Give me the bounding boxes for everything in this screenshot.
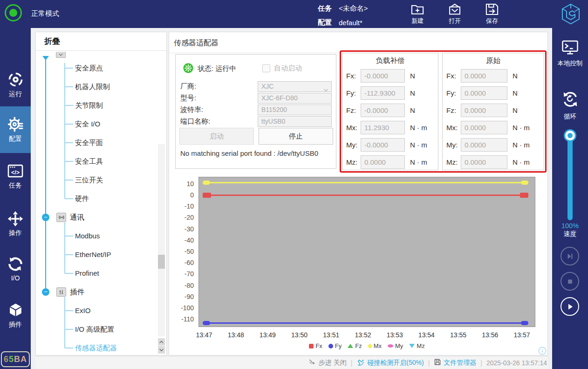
collapse-all-button[interactable]: 折叠 xyxy=(36,32,166,51)
sidebar-item-config[interactable]: 配置 xyxy=(0,106,31,153)
local-control-button[interactable]: 本地控制 xyxy=(552,40,588,68)
tree-connector-line xyxy=(45,58,46,292)
tree-connector-line xyxy=(65,310,73,311)
legend-Fy[interactable]: Fy xyxy=(328,342,342,349)
collision-icon xyxy=(356,358,365,368)
field-vendor[interactable]: XJC xyxy=(258,81,332,92)
step-icon xyxy=(308,359,316,367)
legend-Fx[interactable]: Fx xyxy=(309,342,322,349)
axis-value-input[interactable]: 0.0000 xyxy=(361,155,405,169)
sidebar-item-run[interactable]: 运行 xyxy=(0,68,31,102)
tree-item[interactable]: I/O 高级配置 xyxy=(75,324,114,335)
field-model[interactable]: XJC-6F-D80 xyxy=(258,93,332,104)
tree-collapse-toggle[interactable]: − xyxy=(42,214,49,221)
sidebar-item-plugin[interactable]: 插件 xyxy=(0,299,31,332)
axis-value-input[interactable]: -0.0000 xyxy=(361,138,405,152)
field-baudrate[interactable]: B115200 xyxy=(258,104,332,115)
tree-group-通讯[interactable]: −通讯 xyxy=(36,211,166,223)
x-tick-label: 13:54 xyxy=(418,331,435,339)
step-mode-toggle[interactable]: 步进 关闭 xyxy=(308,359,347,367)
tree-connector-line xyxy=(65,142,73,143)
sidebar-item-task[interactable]: </>任务 xyxy=(0,160,31,193)
axis-label: Fz: xyxy=(446,106,461,114)
axis-value-input[interactable]: 0.0000 xyxy=(461,138,507,152)
legend-marker xyxy=(328,344,333,348)
tree-item[interactable]: 安全原点 xyxy=(75,63,103,74)
step-forward-button[interactable] xyxy=(561,247,579,265)
scroll-up-button[interactable] xyxy=(158,338,165,346)
field-port[interactable]: ttyUSB0 xyxy=(258,116,332,127)
legend-label: Fx xyxy=(315,342,322,349)
tree-item[interactable]: 安全工具 xyxy=(75,156,103,167)
legend-label: My xyxy=(395,342,403,349)
stop-playback-button[interactable] xyxy=(561,272,579,291)
io-icon xyxy=(7,256,23,272)
axis-unit: N · m xyxy=(513,141,530,149)
tree-scrollbar-thumb[interactable] xyxy=(158,255,165,269)
tree-item[interactable]: ExIO xyxy=(75,305,90,316)
legend-Mx[interactable]: Mx xyxy=(368,342,382,349)
axis-value-input[interactable]: 11.2930 xyxy=(361,121,405,134)
tree-item[interactable]: Profinet xyxy=(75,268,99,279)
sidebar-item-io[interactable]: I/O xyxy=(0,252,31,285)
speed-value: 100% xyxy=(552,222,588,230)
load-compensation-title: 负载补偿 xyxy=(342,56,438,66)
axis-value-input[interactable]: 0.0000 xyxy=(461,104,507,117)
axis-value-input[interactable]: -112.9300 xyxy=(361,86,405,100)
tree-item[interactable]: 安全 I/O xyxy=(75,118,100,130)
speed-slider-thumb[interactable] xyxy=(564,129,576,142)
config-icon xyxy=(7,117,24,132)
sidebar-item-operate[interactable]: 操作 xyxy=(0,207,31,241)
tree-item[interactable]: 安全平面 xyxy=(75,137,103,148)
autostart-checkbox[interactable] xyxy=(262,64,270,72)
speed-slider-track[interactable] xyxy=(567,136,573,220)
start-button[interactable]: 启动 xyxy=(179,128,254,145)
axis-value-input[interactable]: 0.0000 xyxy=(461,69,507,83)
tree-item[interactable]: 三位开关 xyxy=(75,174,103,186)
tree-item[interactable]: 传感器适配器 xyxy=(75,342,117,354)
config-label: 配置 xyxy=(318,18,332,27)
collision-detection-toggle[interactable]: 碰撞检测开启(50%) xyxy=(356,358,424,368)
tree-item[interactable]: Modbus xyxy=(75,230,100,242)
file-manager-button[interactable]: 文件管理器 xyxy=(434,358,476,367)
axis-value-input[interactable]: -0.0000 xyxy=(361,69,405,83)
load-compensation-rows: Fx:-0.0000NFy:-112.9300NFz:-0.0000NMx:11… xyxy=(342,67,438,171)
statusbar: 步进 关闭 | 碰撞检测开启(50%) | 文件管理器 | 2025-03-26… xyxy=(35,356,548,369)
tree-connector-line xyxy=(65,124,73,125)
tree-item[interactable]: 硬件 xyxy=(75,193,89,204)
axis-value-input[interactable]: 0.0000 xyxy=(461,86,507,100)
legend-Fz[interactable]: Fz xyxy=(348,342,362,349)
loop-button[interactable]: 循环 xyxy=(552,91,588,121)
new-button[interactable]: 新建 xyxy=(403,2,431,26)
raw-title: 原始 xyxy=(443,56,544,66)
clock: 2025-03-26 13:57:14 xyxy=(486,359,547,367)
open-button[interactable]: 打开 xyxy=(441,2,469,26)
tree-group-插件[interactable]: −插件 xyxy=(36,286,166,298)
info-icon[interactable] xyxy=(538,347,547,355)
right-panel: 本地控制 循环 100% 速度 xyxy=(552,28,588,369)
scroll-down-button[interactable] xyxy=(158,346,165,354)
sidebar-item-label: 任务 xyxy=(9,181,22,190)
tree-group-label: 插件 xyxy=(70,287,84,297)
series-marker xyxy=(203,181,210,185)
operate-icon xyxy=(7,211,23,227)
axis-label: Fy: xyxy=(346,89,361,97)
tree-item[interactable]: 关节限制 xyxy=(75,100,103,111)
tree-scrollbar-track[interactable] xyxy=(158,144,165,336)
stop-button[interactable]: 停止 xyxy=(259,128,333,145)
autostart-checkbox-row[interactable]: 自动启动 xyxy=(262,64,302,73)
x-tick-label: 13:55 xyxy=(450,331,466,339)
tree-collapse-toggle[interactable]: − xyxy=(42,288,49,296)
tree-item[interactable]: 机器人限制 xyxy=(75,81,110,92)
sidebar-item-label: 运行 xyxy=(9,90,22,98)
save-button[interactable]: 保存 xyxy=(478,2,506,26)
tree-item[interactable]: EtherNet/IP xyxy=(75,249,111,260)
axis-value-input[interactable]: -0.0000 xyxy=(361,104,405,117)
play-button[interactable] xyxy=(561,297,579,316)
robot-mode-indicator xyxy=(5,4,22,21)
tree-expand-arrow[interactable] xyxy=(42,56,49,60)
legend-Mz[interactable]: Mz xyxy=(409,342,424,349)
axis-value-input[interactable]: 0.0000 xyxy=(461,155,507,169)
legend-My[interactable]: My xyxy=(388,342,403,349)
axis-value-input[interactable]: 0.0000 xyxy=(461,121,507,134)
